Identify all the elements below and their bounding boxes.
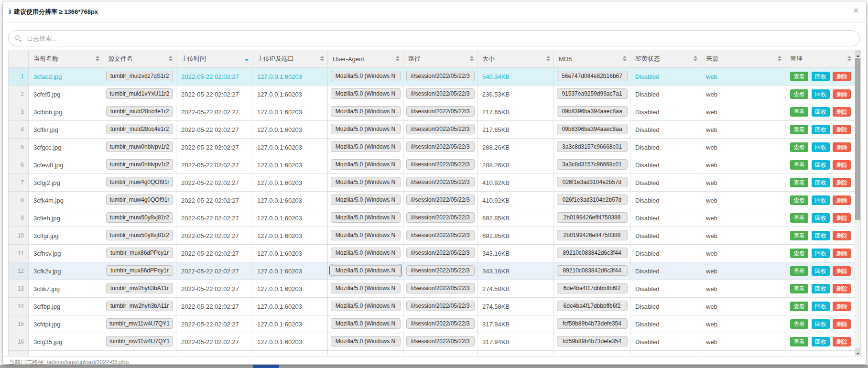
recycle-button[interactable]: 回收 xyxy=(812,107,830,117)
view-button[interactable]: 查看 xyxy=(790,266,808,276)
scroll-down-arrow-icon[interactable] xyxy=(855,348,860,355)
view-button[interactable]: 查看 xyxy=(790,249,808,258)
cell-source-file xyxy=(103,351,176,356)
cell-upload-ip: 127.0.0.1:60203 xyxy=(252,280,328,298)
cell-user-agent: Mozilla/5.0 (Windows N xyxy=(328,209,403,227)
view-button[interactable]: 查看 xyxy=(790,284,808,293)
modal-title: i建议使用分辨率 ≥ 1366*768px xyxy=(9,8,98,16)
scrollbar-thumb[interactable] xyxy=(855,58,860,220)
vertical-scrollbar[interactable] xyxy=(855,50,861,356)
md5-badge: 56e747d084e82b16b67 xyxy=(557,71,628,81)
table-row: 16 3cfg35.jpg tumblr_mw11w4U7QY1 2022-05… xyxy=(9,333,855,351)
header-current-name[interactable]: 当前名称 xyxy=(29,50,103,68)
delete-button[interactable]: 删除 xyxy=(833,89,851,99)
cell-actions: 查看 回收 删除 xyxy=(785,174,855,192)
delete-button[interactable]: 删除 xyxy=(833,107,851,117)
view-button[interactable]: 查看 xyxy=(790,213,808,223)
search-bar xyxy=(8,30,860,46)
path-badge: /i/session/2022/05/22/3 xyxy=(406,212,475,223)
cell-origin: web xyxy=(701,174,785,192)
delete-button[interactable]: 删除 xyxy=(833,319,851,329)
cell-source-file: tumblr_muld28oc4e1r2 xyxy=(103,103,176,121)
recycle-button[interactable]: 回收 xyxy=(812,125,830,134)
delete-button[interactable]: 删除 xyxy=(833,266,851,276)
cell-md5: 89210c083842d6c3f44 xyxy=(554,245,630,262)
recycle-button[interactable]: 回收 xyxy=(812,319,830,329)
header-upload-time[interactable]: 上传时间 xyxy=(176,50,252,68)
cell-path xyxy=(403,351,477,356)
recycle-button[interactable]: 回收 xyxy=(812,160,830,170)
delete-button[interactable]: 删除 xyxy=(833,125,851,134)
recycle-button[interactable]: 回收 xyxy=(812,284,830,293)
view-button[interactable]: 查看 xyxy=(790,337,808,346)
view-button[interactable]: 查看 xyxy=(790,160,808,170)
recycle-button[interactable]: 回收 xyxy=(812,337,830,346)
header-user-agent[interactable]: User-Agent xyxy=(328,50,403,68)
header-manage[interactable]: 管理 xyxy=(785,50,855,68)
recycle-button[interactable]: 回收 xyxy=(812,142,830,152)
delete-button[interactable]: 删除 xyxy=(833,249,851,258)
header-path[interactable]: 路径 xyxy=(403,50,477,68)
delete-button[interactable]: 删除 xyxy=(833,284,851,293)
view-button[interactable]: 查看 xyxy=(790,302,808,311)
view-button[interactable]: 查看 xyxy=(790,125,808,134)
view-button[interactable]: 查看 xyxy=(790,107,808,117)
cell-origin: web xyxy=(701,86,785,103)
cell-origin: web xyxy=(701,227,785,245)
header-origin[interactable]: 来源 xyxy=(701,50,785,68)
header-source-file[interactable]: 源文件名 xyxy=(103,50,176,68)
cell-origin: web xyxy=(701,333,785,351)
recycle-button[interactable]: 回收 xyxy=(812,302,830,311)
view-button[interactable]: 查看 xyxy=(790,178,808,187)
user-agent-badge: Mozilla/5.0 (Windows N xyxy=(331,230,401,240)
cell-origin: web xyxy=(701,139,785,156)
delete-button[interactable]: 删除 xyxy=(833,142,851,152)
view-button[interactable]: 查看 xyxy=(790,195,808,205)
header-md5[interactable]: MD5 xyxy=(554,50,630,68)
recycle-button[interactable]: 回收 xyxy=(812,178,830,187)
cell-path: /i/session/2022/05/22/3 xyxy=(403,192,477,209)
cell-actions: 查看 回收 删除 xyxy=(785,245,855,262)
recycle-button[interactable]: 回收 xyxy=(812,195,830,205)
table-row: 4 3cffkr.jpg tumblr_muld28oc4e1r2 2022-0… xyxy=(9,121,855,139)
view-button[interactable]: 查看 xyxy=(790,89,808,99)
cell-origin: web xyxy=(701,315,785,333)
delete-button[interactable]: 删除 xyxy=(833,231,851,240)
user-agent-badge: Mozilla/5.0 (Windows N xyxy=(331,177,401,187)
search-input[interactable] xyxy=(8,30,860,46)
recycle-button[interactable]: 回收 xyxy=(812,249,830,258)
delete-button[interactable]: 删除 xyxy=(833,213,851,223)
cell-path: /i/session/2022/05/22/3 xyxy=(403,103,477,121)
delete-button[interactable]: 删除 xyxy=(833,337,851,346)
cell-current-name: 3cfdpt.jpg xyxy=(29,315,103,333)
user-agent-badge: Mozilla/5.0 (Windows N xyxy=(331,159,401,170)
recycle-button[interactable]: 回收 xyxy=(812,72,830,81)
close-icon[interactable]: × xyxy=(853,6,858,15)
recycle-button[interactable]: 回收 xyxy=(812,266,830,276)
view-button[interactable]: 查看 xyxy=(790,72,808,81)
header-size[interactable]: 大小 xyxy=(477,50,554,68)
delete-button[interactable]: 删除 xyxy=(833,160,851,170)
header-porn-status[interactable]: 鉴黄状态 xyxy=(630,50,701,68)
user-agent-badge: Mozilla/5.0 (Windows N xyxy=(331,301,401,311)
md5-badge: 3a3c8d3157c96668c01 xyxy=(557,159,628,170)
recycle-button[interactable]: 回收 xyxy=(812,89,830,99)
delete-button[interactable]: 删除 xyxy=(833,302,851,311)
scroll-up-arrow-icon[interactable] xyxy=(855,50,860,57)
cell-current-name xyxy=(29,351,103,356)
log-table: 当前名称 源文件名 上传时间 上传IP及端口 User-Agent 路径 大小 … xyxy=(8,50,855,356)
delete-button[interactable]: 删除 xyxy=(833,72,851,81)
cell-user-agent: Mozilla/5.0 (Windows N xyxy=(328,68,403,86)
cell-md5: 2b0199426eff4750388 xyxy=(554,209,630,227)
row-index: 14 xyxy=(9,298,29,315)
cell-md5: 09b8396ba394aaec8aa xyxy=(554,121,630,139)
recycle-button[interactable]: 回收 xyxy=(812,213,830,223)
view-button[interactable]: 查看 xyxy=(790,142,808,152)
view-button[interactable]: 查看 xyxy=(790,231,808,240)
header-upload-ip[interactable]: 上传IP及端口 xyxy=(252,50,328,68)
delete-button[interactable]: 删除 xyxy=(833,195,851,205)
delete-button[interactable]: 删除 xyxy=(833,178,851,187)
cell-origin: web xyxy=(701,192,785,209)
recycle-button[interactable]: 回收 xyxy=(812,231,830,240)
view-button[interactable]: 查看 xyxy=(790,319,808,329)
